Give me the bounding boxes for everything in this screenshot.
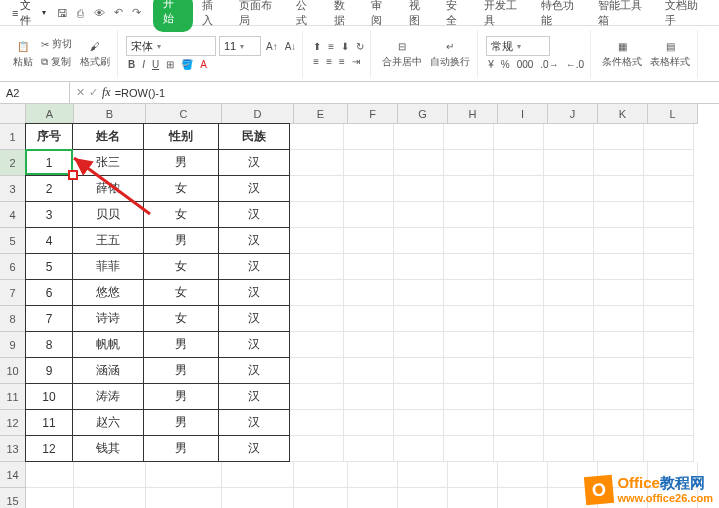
cell[interactable] [644, 306, 694, 332]
cell[interactable]: 3 [25, 201, 73, 228]
tab-8[interactable]: 开发工具 [475, 0, 532, 32]
cell[interactable] [494, 436, 544, 462]
row-header[interactable]: 12 [0, 410, 26, 436]
cell[interactable]: 涛涛 [72, 383, 144, 410]
row-header[interactable]: 10 [0, 358, 26, 384]
tab-9[interactable]: 特色功能 [532, 0, 589, 32]
tab-10[interactable]: 智能工具箱 [589, 0, 656, 32]
cell[interactable] [498, 462, 548, 488]
cell[interactable]: 5 [25, 253, 73, 280]
decrease-font-button[interactable]: A↓ [283, 36, 299, 56]
cell[interactable]: 男 [143, 149, 219, 176]
paste-button[interactable]: 📋 粘贴 [10, 36, 36, 71]
font-size-dropdown[interactable]: 11▾ [219, 36, 261, 56]
cell[interactable]: 2 [25, 175, 73, 202]
tab-5[interactable]: 审阅 [362, 0, 400, 32]
row-header[interactable]: 1 [0, 124, 26, 150]
cell[interactable] [644, 280, 694, 306]
cell[interactable] [594, 228, 644, 254]
cell[interactable] [494, 150, 544, 176]
row-header[interactable]: 14 [0, 462, 26, 488]
cell[interactable] [594, 202, 644, 228]
col-header[interactable]: I [498, 104, 548, 124]
cell[interactable] [544, 436, 594, 462]
cell[interactable]: 涵涵 [72, 357, 144, 384]
tab-7[interactable]: 安全 [437, 0, 475, 32]
fill-handle[interactable] [68, 170, 78, 180]
cell[interactable]: 汉 [218, 175, 290, 202]
cell[interactable] [444, 254, 494, 280]
tab-0[interactable]: 开始 [153, 0, 193, 32]
cell[interactable]: 女 [143, 201, 219, 228]
row-header[interactable]: 9 [0, 332, 26, 358]
conditional-format-button[interactable]: ▦ 条件格式 [599, 36, 645, 71]
cell[interactable]: 王五 [72, 227, 144, 254]
cell[interactable] [494, 202, 544, 228]
cell[interactable] [146, 488, 222, 508]
align-top-button[interactable]: ⬆ [311, 40, 323, 53]
cell[interactable]: 4 [25, 227, 73, 254]
file-menu[interactable]: ≡ 文件 ▾ [6, 0, 52, 30]
cell[interactable] [594, 254, 644, 280]
cell[interactable]: 赵六 [72, 409, 144, 436]
cell[interactable] [394, 176, 444, 202]
cell[interactable] [494, 384, 544, 410]
cell[interactable] [394, 332, 444, 358]
format-painter-button[interactable]: 🖌 格式刷 [77, 36, 113, 71]
cell[interactable] [348, 488, 398, 508]
cell[interactable] [290, 254, 344, 280]
cell[interactable] [290, 150, 344, 176]
cell[interactable]: 汉 [218, 435, 290, 462]
cell[interactable] [644, 384, 694, 410]
cell[interactable]: 汉 [218, 253, 290, 280]
cell[interactable] [444, 202, 494, 228]
cell[interactable] [394, 358, 444, 384]
cell[interactable] [444, 332, 494, 358]
cell[interactable]: 汉 [218, 383, 290, 410]
cell[interactable] [344, 254, 394, 280]
cell[interactable]: 女 [143, 253, 219, 280]
align-middle-button[interactable]: ≡ [326, 40, 336, 53]
fx-icon[interactable]: fx [102, 85, 111, 100]
cell[interactable] [644, 358, 694, 384]
cell[interactable] [394, 280, 444, 306]
cell[interactable] [644, 124, 694, 150]
col-header[interactable]: E [294, 104, 348, 124]
cell[interactable] [544, 358, 594, 384]
cell[interactable] [644, 228, 694, 254]
cell[interactable] [444, 384, 494, 410]
row-header[interactable]: 15 [0, 488, 26, 508]
cell[interactable] [498, 488, 548, 508]
cell[interactable]: 汉 [218, 149, 290, 176]
cell[interactable] [544, 254, 594, 280]
cell[interactable]: 张三 [72, 149, 144, 176]
cell[interactable] [594, 384, 644, 410]
wrap-text-button[interactable]: ↵ 自动换行 [427, 36, 473, 71]
cell[interactable] [222, 488, 294, 508]
cell[interactable] [394, 202, 444, 228]
row-header[interactable]: 6 [0, 254, 26, 280]
cell[interactable] [394, 124, 444, 150]
decrease-decimal-button[interactable]: ←.0 [564, 58, 586, 71]
currency-button[interactable]: ¥ [486, 58, 496, 71]
cell[interactable]: 女 [143, 305, 219, 332]
border-button[interactable]: ⊞ [164, 58, 176, 71]
cell[interactable]: 序号 [25, 123, 73, 150]
cancel-icon[interactable]: ✕ [76, 86, 85, 99]
cell[interactable] [290, 280, 344, 306]
cell[interactable] [344, 176, 394, 202]
fill-color-button[interactable]: 🪣 [179, 58, 195, 71]
cell[interactable] [26, 488, 74, 508]
cell[interactable] [544, 280, 594, 306]
row-header[interactable]: 13 [0, 436, 26, 462]
bold-button[interactable]: B [126, 58, 137, 71]
cell[interactable]: 9 [25, 357, 73, 384]
cell[interactable]: 汉 [218, 227, 290, 254]
percent-button[interactable]: % [499, 58, 512, 71]
merge-center-button[interactable]: ⊟ 合并居中 [379, 36, 425, 71]
cell[interactable] [544, 202, 594, 228]
save-icon[interactable]: 🖫 [54, 4, 71, 22]
cell[interactable] [344, 436, 394, 462]
cell[interactable]: 汉 [218, 331, 290, 358]
cell[interactable]: 男 [143, 383, 219, 410]
